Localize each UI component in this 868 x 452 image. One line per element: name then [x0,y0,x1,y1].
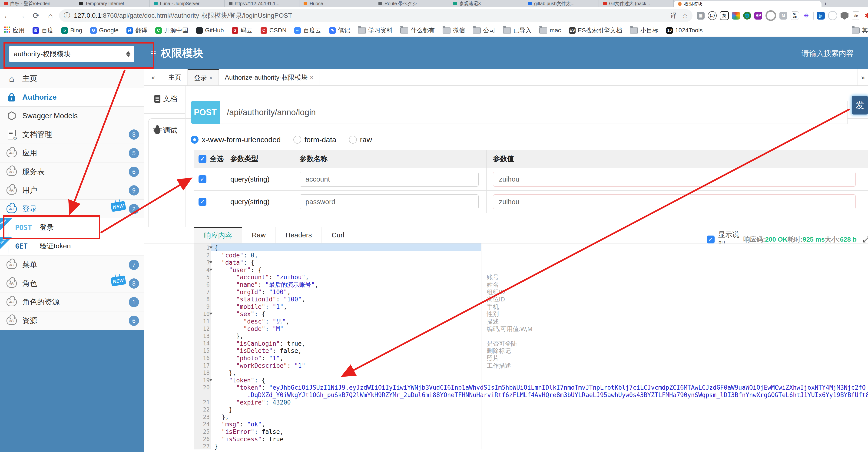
fullscreen-icon[interactable] [863,236,868,243]
extension-icon[interactable]: ✳ [802,12,810,20]
sidebar-item[interactable]: API登录NEW2 [0,200,144,218]
extension-icon[interactable]: zip [852,11,860,20]
header-search-input[interactable]: 请输入搜索内容 [795,49,860,59]
browser-tab[interactable]: 白板 - 登首/oEdden [0,0,75,7]
extension-icon[interactable] [766,10,776,21]
browser-tab[interactable]: 权限模块 [674,1,822,7]
forward-icon[interactable]: → [14,11,29,20]
close-icon[interactable]: × [310,74,313,81]
sidebar-item[interactable]: API应用5 [0,144,144,163]
close-icon[interactable]: × [209,75,213,81]
bookmark-item[interactable]: ESES搜索引擎文档 [569,26,622,34]
reload-icon[interactable]: ⟳ [29,11,43,20]
response-tab[interactable]: 响应内容 [194,227,242,243]
bookmark-item[interactable]: 其 [847,26,868,34]
send-button[interactable]: 发 [852,96,868,114]
sidebar-api-item[interactable]: NEWGET验证token [0,237,144,256]
bookmark-item[interactable]: 公司 [473,26,495,34]
bookmark-item[interactable]: GitHub [196,27,224,34]
extension-icon[interactable] [732,12,740,20]
back-icon[interactable]: ← [0,11,14,20]
param-value-input[interactable]: zuihou [493,194,856,209]
sidebar-item[interactable]: API资源6 [0,311,144,330]
extension-icon[interactable]: RP [754,12,762,20]
more-tabs-icon[interactable]: » [858,69,868,85]
param-value-input[interactable]: zuihou [493,172,856,187]
extension-icon[interactable]: ▦ [697,12,705,20]
content-type-radio[interactable] [293,136,301,144]
bookmark-item[interactable]: C开源中国 [155,26,188,34]
fold-arrow-icon[interactable] [209,269,213,271]
param-name-input[interactable]: account [300,172,478,187]
globe-extension-icon[interactable]: 🌐 [743,12,751,20]
browser-tab[interactable]: Huoce [300,0,374,7]
sidebar-item[interactable]: 文档管理3 [0,125,144,144]
param-checkbox[interactable]: ✓ [198,175,207,183]
bookmark-item[interactable]: 101024Tools [666,27,703,34]
request-path-field[interactable]: /api/authority/anno/login [220,101,847,124]
collapse-tabs-icon[interactable]: « [144,69,162,85]
sidebar-item[interactable]: Swagger Models [0,107,144,125]
translate-extension-icon[interactable]: 英 [720,11,729,20]
sidebar-item[interactable]: API服务表6 [0,163,144,181]
url-bar[interactable]: ⓘ 127.0.0.1:8760/api/gate/doc.html#/auth… [59,9,692,22]
gitzip-extension-icon[interactable]: GitZip [790,11,799,20]
extension-icon[interactable]: ✱ [863,12,868,20]
response-body-editor[interactable]: 1{2 "code": 0,3 "data": {4 "user": {5 "a… [144,244,868,452]
response-tab[interactable]: Headers [276,227,322,243]
new-tab-button[interactable]: + [822,1,829,7]
fold-arrow-icon[interactable] [209,379,213,381]
sidebar-item[interactable]: Authorize [0,88,144,107]
fold-arrow-icon[interactable] [209,313,213,315]
hamburger-icon[interactable]: ≡ [151,48,156,59]
bookmark-item[interactable]: GGoogle [90,27,119,34]
extension-icon[interactable]: {..} [708,11,717,20]
bookmark-item[interactable]: ∞百度云 [294,26,321,34]
mini-nav-doc[interactable]: 文档 [154,94,185,104]
service-select[interactable]: authority-权限模块 [9,46,134,62]
bookmark-item[interactable]: G码云 [232,26,253,34]
sidebar-item[interactable]: API菜单7 [0,256,144,274]
browser-tab[interactable]: gitlab push文件太... [524,0,599,7]
show-description-checkbox[interactable]: ✓ [707,235,715,244]
bookmark-item[interactable]: ✎笔记 [329,26,350,34]
bookmark-item[interactable]: mac [539,27,561,34]
bookmark-item[interactable]: 已导入 [503,26,531,34]
doc-tab[interactable]: 登录× [188,69,219,85]
extension-icon[interactable]: M [779,12,787,20]
translate-icon[interactable]: 译 [671,11,677,20]
shield-extension-icon[interactable] [841,12,848,20]
response-tab[interactable]: Curl [322,227,354,243]
content-type-radio[interactable] [191,136,198,144]
select-all-checkbox[interactable]: ✓ [198,155,207,163]
bookmark-item[interactable]: bBing [61,27,82,34]
bookmark-item[interactable]: 学习资料 [358,26,393,34]
extension-icon[interactable]: jp [817,12,825,20]
doc-tab[interactable]: Authorize-authority-权限模块× [219,69,319,85]
fold-arrow-icon[interactable] [209,261,213,263]
bookmark-item[interactable]: 应用 [4,26,25,34]
response-tab[interactable]: Raw [242,227,276,243]
content-type-radio[interactable] [349,136,357,144]
bookmark-item[interactable]: 微信 [443,26,465,34]
fold-arrow-icon[interactable] [209,247,213,249]
browser-tab[interactable]: https://112.74.191.1... [224,0,300,7]
site-info-icon[interactable]: ⓘ [64,11,70,20]
param-name-input[interactable]: password [300,194,478,209]
home-icon[interactable]: ⌂ [43,11,58,20]
sidebar-item[interactable]: API角色NEW8 [0,274,144,293]
browser-tab[interactable]: 参观速记X [449,0,524,7]
sidebar-item[interactable]: API角色的资源1 [0,293,144,311]
bookmark-item[interactable]: 译翻译 [126,26,147,34]
mini-nav-debug[interactable]: 调试 [154,126,185,135]
sidebar-item[interactable]: API用户9 [0,181,144,200]
doc-tab[interactable]: 主页 [162,69,188,85]
bookmark-item[interactable]: 什么都有 [400,26,435,34]
bookmark-item[interactable]: 百百度 [33,26,54,34]
bookmark-item[interactable]: CCSDN [260,27,287,34]
browser-tab[interactable]: Git文件过大 (pack... [599,0,674,7]
extension-icon[interactable] [828,11,837,20]
browser-tab[interactable]: Route 带ベクシ [374,0,449,7]
param-checkbox[interactable]: ✓ [198,198,207,206]
sidebar-api-item[interactable]: NEWPOST登录 [0,218,144,237]
